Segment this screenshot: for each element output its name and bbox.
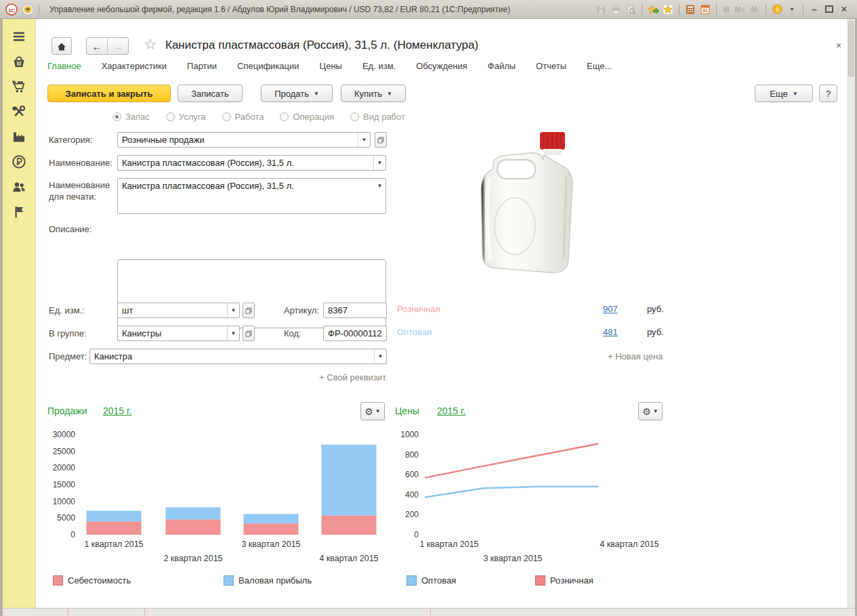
favorites-go-button[interactable] [646, 3, 660, 16]
help-button[interactable]: ? [819, 85, 837, 102]
save-button[interactable]: Записать [177, 85, 243, 102]
dropdown-arrow-icon[interactable]: ▼ [358, 133, 370, 147]
tab-8[interactable]: Файлы [488, 61, 516, 71]
dropdown-arrow-icon[interactable]: ▼ [227, 326, 239, 340]
production-factory-icon[interactable] [11, 129, 27, 145]
retail-price-value[interactable]: 907 [603, 304, 618, 314]
svg-text:4 квартал 2015: 4 квартал 2015 [319, 554, 378, 563]
category-field[interactable]: Розничные продажи ▼ [117, 132, 371, 148]
item-type-radio-1[interactable]: Запас [112, 112, 150, 122]
money-ruble-icon[interactable] [11, 154, 27, 170]
group-field[interactable]: Канистры ▼ [117, 326, 240, 341]
sku-field[interactable]: 8367 [323, 303, 387, 318]
tab-3[interactable]: Партии [187, 61, 217, 71]
dropdown-arrow-icon[interactable]: ▼ [374, 349, 386, 364]
tab-7[interactable]: Обсуждения [416, 61, 467, 71]
more-button[interactable]: Еще▼ [755, 85, 813, 102]
radio-circle-icon[interactable] [112, 112, 121, 121]
print-preview-button[interactable] [624, 3, 637, 16]
sales-period-link[interactable]: 2015 г. [103, 405, 131, 416]
close-button[interactable]: ✕ [837, 3, 851, 16]
item-type-radio-2[interactable]: Услуга [166, 112, 206, 122]
tab-1[interactable]: Главное [47, 61, 81, 71]
group-open-button[interactable] [243, 326, 255, 341]
radio-label: Операция [293, 112, 334, 122]
print-button[interactable] [609, 3, 623, 16]
svg-text:31: 31 [703, 8, 709, 13]
svg-text:2 квартал 2015: 2 квартал 2015 [163, 554, 222, 563]
tab-6[interactable]: Ед. изм. [362, 61, 396, 71]
tab-2[interactable]: Характеристики [102, 61, 167, 71]
add-custom-attribute-link[interactable]: + Свой реквизит [266, 372, 386, 382]
legend-swatch [406, 575, 417, 586]
radio-circle-icon[interactable] [350, 112, 359, 121]
code-field[interactable]: ФР-00000112 [323, 326, 387, 341]
sales-chart-settings-button[interactable]: ⚙▼ [360, 402, 385, 420]
legend-swatch [535, 575, 545, 586]
home-button[interactable] [51, 37, 72, 55]
back-button[interactable]: ← [87, 37, 108, 55]
info-dropdown-button[interactable]: ▼ [785, 3, 799, 16]
item-type-radio-4[interactable]: Операция [280, 112, 334, 122]
forward-button[interactable]: → [108, 37, 128, 55]
radio-circle-icon[interactable] [280, 112, 289, 121]
memory-m-plus-button[interactable]: M+ [733, 3, 748, 16]
radio-circle-icon[interactable] [222, 112, 231, 121]
tab-4[interactable]: Спецификации [237, 61, 299, 71]
svg-text:400: 400 [405, 490, 419, 500]
vertical-scrollbar[interactable] [848, 19, 855, 608]
unit-open-button[interactable] [243, 303, 255, 318]
status-bar-separator [144, 609, 145, 616]
save-and-close-button[interactable]: Записать и закрыть [47, 85, 171, 102]
name-field[interactable]: Канистра пластмассовая (Россия), 31,5 л.… [117, 155, 386, 171]
app-logo-icon[interactable]: 1С [5, 3, 18, 16]
svg-text:3 квартал 2015: 3 квартал 2015 [241, 540, 300, 549]
scrollbar-thumb[interactable] [848, 20, 854, 77]
radio-label: Вид работ [363, 112, 405, 122]
print-name-field[interactable]: Канистра пластмассовая (Россия), 31,5 л.… [117, 178, 386, 214]
subject-field[interactable]: Канистра ▼ [89, 349, 387, 364]
dropdown-arrow-icon[interactable]: ▼ [374, 179, 385, 193]
save-button[interactable] [594, 3, 608, 16]
dropdown-arrow-icon: ▼ [793, 91, 798, 97]
tab-5[interactable]: Цены [320, 61, 342, 71]
favorites-add-button[interactable] [661, 3, 675, 16]
legend-item: Розничная [535, 575, 593, 586]
application-window: 1С Управление небольшой фирмой, редакция… [0, 0, 857, 616]
tab-9[interactable]: Отчеты [536, 61, 566, 71]
radio-circle-icon[interactable] [166, 112, 175, 121]
favorite-star-icon[interactable]: ☆ [144, 37, 157, 52]
new-price-link[interactable]: + Новая цена [608, 351, 663, 361]
item-type-radio-3[interactable]: Работа [222, 112, 264, 122]
sales-basket-icon[interactable] [11, 53, 27, 70]
prices-chart-settings-button[interactable]: ⚙▼ [638, 402, 663, 420]
company-flag-icon[interactable] [11, 204, 27, 220]
category-open-button[interactable] [375, 132, 387, 148]
calendar-button[interactable]: 31 [698, 3, 712, 16]
memory-m-minus-button[interactable]: M- [749, 3, 761, 16]
buy-button[interactable]: Купить▼ [341, 85, 406, 102]
calculator-button[interactable] [684, 3, 697, 16]
main-menu-disc-icon[interactable] [21, 3, 35, 16]
menu-icon[interactable] [11, 28, 27, 45]
sales-chart-title: Продажи [47, 405, 87, 416]
unit-field[interactable]: шт ▼ [117, 303, 240, 318]
form-close-button[interactable]: × [836, 40, 841, 51]
staff-people-icon[interactable] [11, 179, 27, 195]
dropdown-arrow-icon[interactable]: ▼ [373, 156, 385, 170]
minimize-button[interactable]: – [808, 3, 821, 16]
item-type-radio-5[interactable]: Вид работ [350, 112, 405, 122]
sell-button[interactable]: Продать▼ [261, 85, 333, 102]
prices-period-link[interactable]: 2015 г. [437, 405, 465, 416]
purchases-cart-icon[interactable] [11, 79, 27, 95]
code-label: Код: [284, 328, 301, 338]
wholesale-price-value[interactable]: 481 [603, 327, 618, 337]
info-button[interactable]: i [770, 3, 784, 16]
memory-m-button[interactable]: M [721, 3, 731, 16]
tab-10[interactable]: Еще... [587, 61, 612, 71]
maximize-button[interactable] [822, 3, 836, 16]
status-bar [3, 608, 855, 616]
services-tools-icon[interactable] [11, 104, 27, 120]
window-titlebar: 1С Управление небольшой фирмой, редакция… [0, 0, 857, 19]
dropdown-arrow-icon[interactable]: ▼ [227, 303, 239, 317]
